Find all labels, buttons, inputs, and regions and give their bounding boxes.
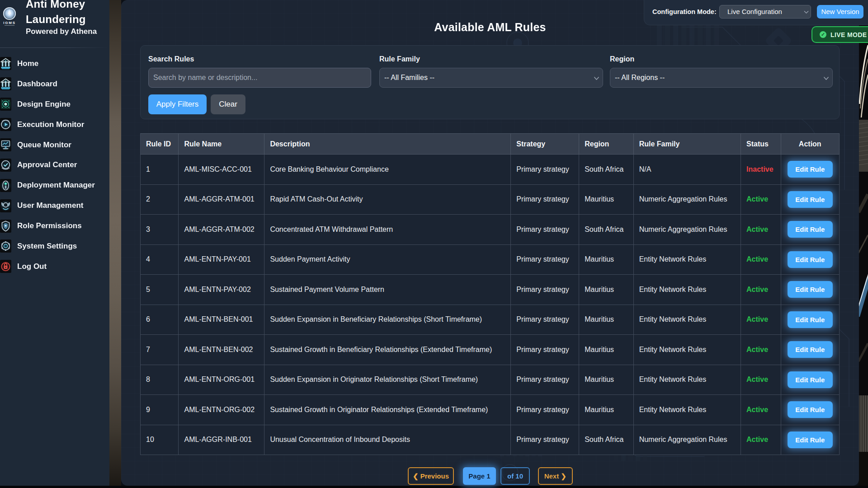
svg-text:IGMS: IGMS bbox=[3, 21, 16, 25]
